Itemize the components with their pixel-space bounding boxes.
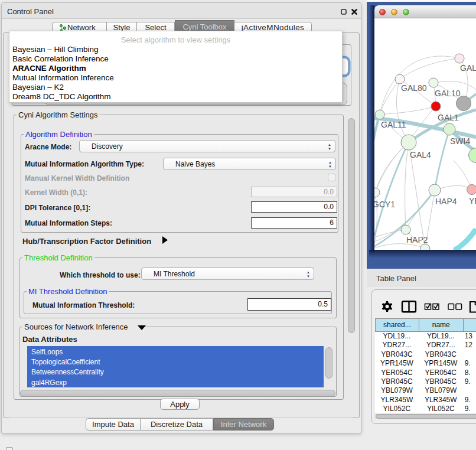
svg-text:GAL10: GAL10	[435, 89, 461, 98]
svg-text:YE: YE	[469, 196, 476, 206]
svg-text:GAL4: GAL4	[410, 150, 431, 159]
svg-text:GAL80: GAL80	[401, 83, 427, 93]
svg-text:HAP4: HAP4	[435, 197, 457, 206]
svg-text:GAL11: GAL11	[381, 120, 406, 129]
svg-text:GAL7: GAL7	[460, 63, 476, 73]
svg-text:GAL1: GAL1	[438, 113, 459, 122]
svg-text:SWI4: SWI4	[450, 136, 470, 146]
svg-text:HAP2: HAP2	[406, 235, 428, 244]
svg-text:GCY1: GCY1	[374, 200, 395, 209]
